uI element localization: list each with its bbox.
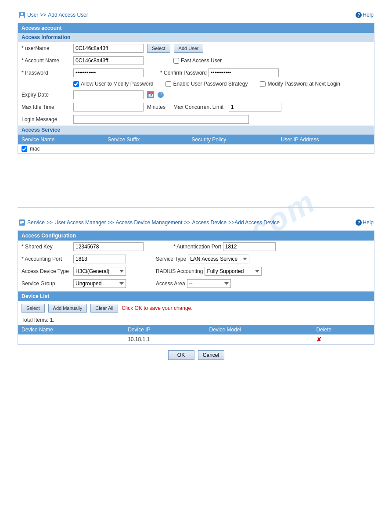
service-row-0-name: mac: [18, 144, 104, 154]
service-row-0-policy: [188, 144, 277, 154]
shared-key-label: * Shared Key: [22, 244, 70, 250]
top-breadcrumb-user[interactable]: User: [27, 12, 38, 18]
fast-access-checkbox[interactable]: [173, 58, 179, 64]
bottom-help-label: Help: [363, 219, 374, 226]
calendar-icon[interactable]: 📅: [147, 91, 154, 98]
password-options-row: Allow User to Modify Password Enable Use…: [18, 79, 374, 89]
ok-button[interactable]: OK: [168, 350, 194, 360]
user-icon: [18, 11, 25, 18]
top-help-icon: ?: [356, 12, 362, 18]
expiry-date-input[interactable]: [73, 90, 144, 99]
add-manually-button[interactable]: Add Manually: [48, 304, 87, 313]
accounting-port-row: * Accounting Port Service Type LAN Acces…: [18, 253, 374, 265]
service-row-0-checkbox[interactable]: [22, 146, 27, 152]
bottom-breadcrumb-adm[interactable]: Access Device Management: [115, 219, 182, 226]
clear-all-button[interactable]: Clear All: [90, 304, 118, 313]
device-row-0: 10.18.1.1 ✘: [18, 334, 374, 345]
account-name-label: * Account Name: [22, 58, 70, 64]
access-area-select[interactable]: -- Area 1: [187, 279, 231, 288]
bottom-breadcrumb-iam[interactable]: User Access Manager: [54, 219, 106, 226]
max-idle-label: Max Idle Time: [22, 104, 70, 110]
allow-modify-checkbox[interactable]: [73, 81, 79, 87]
access-account-panel: Access account Access Information * user…: [18, 23, 374, 154]
login-message-input[interactable]: [73, 115, 249, 124]
service-row-0: mac: [18, 144, 374, 154]
bottom-breadcrumb-ad[interactable]: Access Device: [192, 219, 227, 226]
radius-accounting-label: RADIUS Accounting: [156, 268, 203, 274]
sep3: >>: [184, 219, 191, 226]
login-message-row: Login Message: [18, 113, 374, 126]
accounting-port-input[interactable]: [73, 255, 126, 263]
device-list-header: Device List: [18, 291, 374, 301]
max-concurrent-input[interactable]: [229, 103, 281, 111]
service-table: Service Name Service Suffix Security Pol…: [18, 135, 374, 154]
bottom-page-heading: Service >> User Access Manager >> Access…: [18, 216, 374, 229]
username-input[interactable]: [73, 44, 144, 53]
device-delete-icon[interactable]: ✘: [316, 336, 322, 343]
access-area-label: Access Area: [156, 280, 185, 287]
panel-divider-1: [18, 163, 374, 163]
device-col-delete: Delete: [313, 325, 374, 334]
device-row-0-name: [18, 334, 124, 345]
shared-key-row: * Shared Key * Authentication Port: [18, 241, 374, 253]
sep1: >>: [47, 219, 53, 226]
device-col-ip: Device IP: [124, 325, 205, 334]
max-idle-input[interactable]: [73, 103, 144, 111]
minutes-label: Minutes: [147, 104, 165, 110]
password-label: * Password: [22, 70, 70, 76]
svg-rect-6: [20, 223, 22, 224]
service-group-select[interactable]: Ungrouped Group A: [73, 279, 126, 288]
bottom-breadcrumb: Service >> User Access Manager >> Access…: [18, 219, 280, 226]
service-group-label: Service Group: [22, 280, 70, 287]
device-row-0-model: [206, 334, 313, 345]
bottom-breadcrumb-service[interactable]: Service: [27, 219, 45, 226]
modify-next-login-checkbox-label[interactable]: Modify Password at Next Login: [260, 81, 340, 87]
radius-accounting-select[interactable]: Fully Supported Partially Supported Not …: [205, 267, 262, 276]
device-table: Device Name Device IP Device Model Delet…: [18, 325, 374, 345]
service-type-select[interactable]: LAN Access Service 802.1X Service VPN Se…: [188, 255, 249, 263]
accounting-port-label: * Accounting Port: [22, 256, 70, 262]
enable-strategy-checkbox[interactable]: [165, 81, 171, 87]
allow-modify-text: Allow User to Modify Password: [81, 81, 153, 87]
modify-next-login-checkbox[interactable]: [260, 81, 266, 87]
device-row-0-ip: 10.18.1.1: [124, 334, 205, 345]
device-col-name: Device Name: [18, 325, 124, 334]
auth-port-input[interactable]: [223, 242, 276, 251]
select-button[interactable]: Select: [147, 44, 170, 53]
service-col-policy: Security Policy: [188, 135, 277, 144]
modify-next-login-text: Modify Password at Next Login: [267, 81, 340, 87]
service-col-suffix: Service Suffix: [104, 135, 188, 144]
top-breadcrumb-page: Add Access User: [48, 12, 88, 18]
username-row: * userName Select Add User: [18, 42, 374, 54]
account-name-input[interactable]: [73, 56, 144, 65]
svg-point-1: [21, 13, 23, 15]
page-wrapper: User >> Add Access User ? Help Access ac…: [0, 0, 392, 369]
expiry-help-icon[interactable]: ?: [158, 92, 164, 98]
device-select-button[interactable]: Select: [22, 304, 45, 313]
password-row: * Password * Confirm Password: [18, 67, 374, 79]
access-device-type-select[interactable]: H3Ci(General) Cisco Other: [73, 267, 126, 276]
auth-port-label: * Authentication Port: [173, 244, 221, 250]
action-buttons: OK Cancel: [18, 350, 374, 360]
panel-divider-2: [18, 207, 374, 208]
cancel-button[interactable]: Cancel: [198, 350, 224, 360]
service-row-0-suffix: [104, 144, 188, 154]
service-col-name: Service Name: [18, 135, 104, 144]
confirm-password-input[interactable]: [209, 68, 279, 77]
device-row-0-delete[interactable]: ✘: [313, 334, 374, 345]
add-user-button[interactable]: Add User: [174, 44, 204, 53]
password-input[interactable]: [73, 68, 144, 77]
top-page-heading: User >> Add Access User ? Help: [18, 9, 374, 21]
account-name-row: * Account Name Fast Access User: [18, 54, 374, 67]
allow-modify-checkbox-label[interactable]: Allow User to Modify Password: [73, 81, 153, 87]
enable-strategy-text: Enable User Password Strategy: [173, 81, 248, 87]
confirm-password-label: * Confirm Password: [160, 70, 207, 76]
top-help-link[interactable]: ? Help: [356, 12, 374, 18]
service-icon: [18, 219, 25, 226]
top-breadcrumb-sep1: >>: [40, 12, 46, 18]
shared-key-input[interactable]: [73, 242, 144, 251]
enable-strategy-checkbox-label[interactable]: Enable User Password Strategy: [165, 81, 248, 87]
notice-text: Click OK to save your change.: [122, 305, 192, 311]
bottom-help-link[interactable]: ? Help: [356, 219, 374, 226]
svg-rect-5: [20, 222, 24, 223]
